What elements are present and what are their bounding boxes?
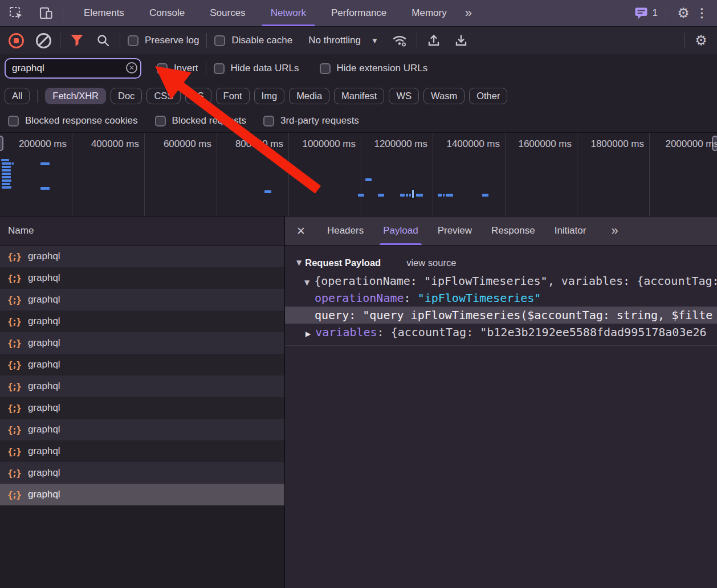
clear-network-log-button[interactable] xyxy=(34,31,52,50)
waterfall-bar xyxy=(2,183,10,185)
divider xyxy=(285,345,717,346)
tab-payload[interactable]: Payload xyxy=(383,217,418,245)
filter-toggle-icon[interactable] xyxy=(68,31,86,50)
tab-response[interactable]: Response xyxy=(491,217,535,245)
filter-chip-ws[interactable]: WS xyxy=(389,88,419,104)
request-list: {;}graphql{;}graphql{;}graphql{;}graphql… xyxy=(0,246,284,505)
resource-filter-chips: AllFetch/XHRDocCSSJSFontImgMediaManifest… xyxy=(0,83,717,109)
table-row[interactable]: {;}graphql xyxy=(0,419,284,440)
more-tabs-icon[interactable]: » xyxy=(459,0,476,26)
tab-performance[interactable]: Performance xyxy=(319,0,399,26)
table-row[interactable]: {;}graphql xyxy=(0,484,284,505)
preserve-log-option[interactable]: Preserve log xyxy=(128,35,199,46)
filter-chip-img[interactable]: Img xyxy=(254,88,285,104)
waterfall-bar xyxy=(2,169,11,172)
tab-preview[interactable]: Preview xyxy=(438,217,472,245)
table-row[interactable]: {;}graphql xyxy=(0,397,284,419)
table-row[interactable]: {;}graphql xyxy=(0,311,284,332)
hide-extension-urls-option[interactable]: Hide extension URLs xyxy=(320,63,428,74)
payload-preview-line[interactable]: ▼{operationName: "ipFlowTimeseries", var… xyxy=(285,272,717,289)
import-har-icon[interactable] xyxy=(425,31,443,50)
filter-chip-font[interactable]: Font xyxy=(216,88,250,104)
hide-extension-urls-checkbox[interactable] xyxy=(320,63,331,74)
table-row[interactable]: {;}graphql xyxy=(0,375,284,397)
payload-operation-line[interactable]: operationName: "ipFlowTimeseries" xyxy=(285,289,717,307)
network-conditions-icon[interactable] xyxy=(391,31,409,50)
checkbox[interactable] xyxy=(155,116,166,126)
request-name: graphql xyxy=(28,489,60,500)
payload-variables-line[interactable]: ▶variables: {accountTag: "b12e3b2192ee55… xyxy=(285,324,717,341)
waterfall-bar xyxy=(358,194,364,197)
filter-chip-all[interactable]: All xyxy=(5,88,30,104)
message-bubble-icon xyxy=(634,7,649,20)
invert-option[interactable]: Invert xyxy=(157,63,198,74)
table-row[interactable]: {;}graphql xyxy=(0,440,284,462)
tab-sources[interactable]: Sources xyxy=(197,0,258,26)
inspect-element-icon[interactable] xyxy=(7,4,25,22)
payload-value: : {accountTag: "b12e3b2192ee5588fdad9951… xyxy=(377,325,707,339)
overview-tick-label: 1200000 ms xyxy=(374,138,427,150)
export-har-icon[interactable] xyxy=(452,31,470,50)
tab-memory[interactable]: Memory xyxy=(399,0,459,26)
overview-timeline[interactable]: 200000 ms400000 ms600000 ms800000 ms1000… xyxy=(0,132,717,217)
divider xyxy=(120,33,120,48)
search-icon[interactable] xyxy=(94,31,112,50)
tab-console[interactable]: Console xyxy=(137,0,197,26)
close-icon[interactable]: ✕ xyxy=(296,224,305,238)
checkbox[interactable] xyxy=(263,116,274,126)
payload-key: variables xyxy=(315,325,377,339)
table-row[interactable]: {;}graphql xyxy=(0,462,284,484)
filter-input[interactable] xyxy=(5,58,141,79)
expand-triangle-icon[interactable]: ▶ xyxy=(305,330,311,338)
device-toolbar-icon[interactable] xyxy=(36,4,55,22)
overview-tick-label: 200000 ms xyxy=(19,138,67,150)
request-name: graphql xyxy=(28,316,60,327)
request-name: graphql xyxy=(28,402,60,414)
expand-triangle-icon[interactable]: ▼ xyxy=(304,279,309,287)
issues-indicator[interactable]: 1 xyxy=(634,7,658,20)
waterfall-bar xyxy=(416,194,423,197)
filter-chip-media[interactable]: Media xyxy=(289,88,329,104)
option-blocked-response-cookies[interactable]: Blocked response cookies xyxy=(8,115,138,126)
disable-cache-checkbox[interactable] xyxy=(214,35,225,46)
preserve-log-checkbox[interactable] xyxy=(128,35,138,46)
record-network-log-button[interactable] xyxy=(7,31,25,50)
filter-chip-js[interactable]: JS xyxy=(185,88,211,104)
option-3rd-party-requests[interactable]: 3rd-party requests xyxy=(263,115,359,126)
filter-chip-wasm[interactable]: Wasm xyxy=(423,88,465,104)
overview-tick-label: 400000 ms xyxy=(91,138,139,150)
hide-data-urls-checkbox[interactable] xyxy=(214,63,225,74)
collapse-triangle-icon[interactable]: ▼ xyxy=(296,259,302,267)
payload-query-line-selected[interactable]: query: "query ipFlowTimeseries($accountT… xyxy=(285,307,717,324)
tab-initiator[interactable]: Initiator xyxy=(555,217,586,245)
network-settings-gear-icon[interactable]: ⚙ xyxy=(692,31,710,50)
clear-filter-icon[interactable]: ✕ xyxy=(126,62,137,74)
overview-gridline xyxy=(144,133,145,216)
filter-chip-css[interactable]: CSS xyxy=(146,88,181,104)
option-blocked-requests[interactable]: Blocked requests xyxy=(155,115,246,126)
tab-elements[interactable]: Elements xyxy=(71,0,137,26)
invert-checkbox[interactable] xyxy=(157,63,168,74)
table-row[interactable]: {;}graphql xyxy=(0,267,284,289)
throttling-dropdown[interactable]: No throttling ▼ xyxy=(308,35,378,46)
view-source-link[interactable]: view source xyxy=(406,258,456,268)
payload-value: : "query ipFlowTimeseries($accountTag: s… xyxy=(349,308,712,322)
settings-gear-icon[interactable]: ⚙ xyxy=(674,4,692,22)
tab-headers[interactable]: Headers xyxy=(327,217,364,245)
filter-chip-doc[interactable]: Doc xyxy=(111,88,142,104)
checkbox[interactable] xyxy=(8,116,19,126)
table-row[interactable]: {;}graphql xyxy=(0,354,284,375)
filter-chip-other[interactable]: Other xyxy=(469,88,507,104)
kebab-menu-icon[interactable]: ⋮ xyxy=(692,6,711,20)
table-row[interactable]: {;}graphql xyxy=(0,246,284,267)
overview-left-handle[interactable] xyxy=(0,136,3,151)
tab-network[interactable]: Network xyxy=(258,0,319,26)
table-row[interactable]: {;}graphql xyxy=(0,289,284,311)
hide-data-urls-option[interactable]: Hide data URLs xyxy=(214,63,299,74)
disable-cache-option[interactable]: Disable cache xyxy=(214,35,292,46)
filter-chip-manifest[interactable]: Manifest xyxy=(334,88,384,104)
filter-chip-fetchxhr[interactable]: Fetch/XHR xyxy=(45,88,106,104)
table-row[interactable]: {;}graphql xyxy=(0,332,284,354)
name-column-header[interactable]: Name xyxy=(0,217,284,246)
detail-more-tabs-icon[interactable]: » xyxy=(605,223,622,238)
